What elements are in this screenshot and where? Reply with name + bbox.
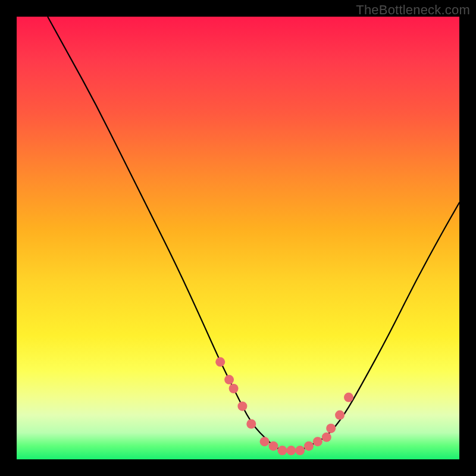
marker-point xyxy=(322,433,331,442)
highlight-markers xyxy=(215,357,353,455)
marker-point xyxy=(260,437,270,446)
marker-point xyxy=(269,441,278,451)
marker-point xyxy=(224,375,234,384)
plot-area xyxy=(17,17,459,459)
marker-point xyxy=(286,446,296,455)
marker-point xyxy=(295,446,305,455)
marker-point xyxy=(246,419,256,429)
marker-point xyxy=(313,437,322,446)
marker-point xyxy=(215,357,225,367)
marker-point xyxy=(277,446,287,455)
bottleneck-curve xyxy=(48,17,459,450)
marker-point xyxy=(344,393,353,402)
marker-point xyxy=(237,402,247,411)
bottleneck-curve-svg xyxy=(17,17,459,459)
chart-frame: TheBottleneck.com xyxy=(0,0,476,476)
marker-point xyxy=(304,441,314,451)
marker-point xyxy=(326,424,336,433)
watermark-text: TheBottleneck.com xyxy=(356,2,470,18)
marker-point xyxy=(229,384,239,393)
marker-point xyxy=(335,411,345,420)
